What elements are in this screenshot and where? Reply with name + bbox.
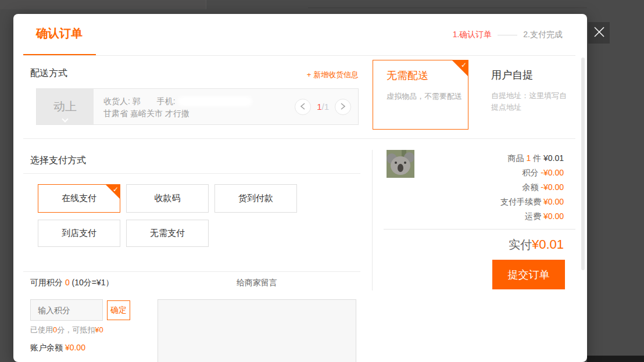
summary-row-balance: 余额 -¥0.00 xyxy=(522,182,564,193)
header-divider xyxy=(23,55,575,56)
pager-count: 1/1 xyxy=(317,102,329,112)
option-desc: 自提地址：这里填写自提点地址 xyxy=(491,90,567,113)
payment-title-divider xyxy=(23,173,360,174)
summary-row-points: 积分 -¥0.00 xyxy=(522,168,564,178)
account-balance: 账户余额 ¥0.00 xyxy=(30,343,85,353)
summary-row-shipping: 运费 ¥0.00 xyxy=(525,212,564,222)
step-connector xyxy=(498,35,517,35)
check-icon: ✓ xyxy=(461,61,467,69)
chevron-left-icon xyxy=(300,102,306,112)
pager-next-button[interactable] xyxy=(335,99,351,115)
background-page-footer xyxy=(587,356,644,362)
pager-prev-button[interactable] xyxy=(295,99,311,115)
payment-method-none[interactable]: 无需支付 xyxy=(126,220,209,247)
check-icon: ✓ xyxy=(113,185,119,193)
delivery-option-self-pickup[interactable]: 用户自提 自提地址：这里填写自提点地址 xyxy=(478,60,574,130)
merchant-message-textarea[interactable] xyxy=(158,299,356,362)
background-page-divider xyxy=(308,8,587,8)
option-title: 用户自提 xyxy=(491,68,574,82)
phone-number-redacted xyxy=(178,96,252,106)
checkout-steps: 1.确认订单 2.支付完成 xyxy=(453,30,563,40)
points-available-value: 0 xyxy=(65,278,70,287)
merchant-message-label: 给商家留言 xyxy=(158,278,356,288)
address-info: 收货人: 郭 手机: 甘肃省 嘉峪关市 才行撒 xyxy=(94,89,252,124)
points-input[interactable] xyxy=(30,299,103,321)
address-pager: 1/1 xyxy=(295,99,351,115)
total-payable-value: ¥0.01 xyxy=(532,237,564,252)
column-divider xyxy=(372,150,373,291)
modal-title: 确认订单 xyxy=(36,26,83,41)
payment-method-instore[interactable]: 到店支付 xyxy=(38,220,120,247)
koala-photo-icon xyxy=(387,150,414,178)
section-divider xyxy=(23,138,575,139)
points-section-divider xyxy=(23,271,360,272)
address-tag-label: 动上 xyxy=(53,99,77,114)
close-icon xyxy=(593,26,606,41)
total-payable: 实付¥0.01 xyxy=(509,237,564,253)
payment-section-title: 选择支付方式 xyxy=(30,155,86,167)
step-confirm-order: 1.确认订单 xyxy=(453,30,492,40)
modal-scrollbar[interactable] xyxy=(581,58,585,270)
points-available: 可用积分 0 (10分=¥1） xyxy=(30,278,114,288)
payment-method-qr[interactable]: 收款码 xyxy=(126,184,209,213)
chevron-down-icon xyxy=(62,116,68,122)
account-balance-value: ¥0.00 xyxy=(65,343,85,352)
summary-row-fee: 支付手续费 ¥0.00 xyxy=(500,197,564,207)
address-card[interactable]: 动上 收货人: 郭 手机: 甘肃省 嘉峪关市 才行撒 1/1 xyxy=(36,88,359,125)
payment-method-cod[interactable]: 货到付款 xyxy=(214,184,297,213)
receiver: 收货人: 郭 xyxy=(103,95,141,107)
close-button[interactable] xyxy=(588,22,610,44)
delivery-section-title: 配送方式 xyxy=(30,67,67,80)
background-page-remnant xyxy=(0,0,206,9)
submit-order-button[interactable]: 提交订单 xyxy=(492,260,565,289)
product-image xyxy=(387,150,414,178)
confirm-order-modal: 确认订单 1.确认订单 2.支付完成 配送方式 + 新增收货信息 动上 收货人:… xyxy=(13,14,587,362)
address-tag: 动上 xyxy=(37,89,94,124)
payment-method-online[interactable]: 在线支付 ✓ xyxy=(38,184,120,213)
summary-row-goods: 商品 1 件 ¥0.01 xyxy=(507,153,564,164)
step-payment-done: 2.支付完成 xyxy=(523,30,563,40)
add-address-link[interactable]: + 新增收货信息 xyxy=(307,70,359,80)
points-used: 已使用0分，可抵扣¥0 xyxy=(30,325,103,335)
chevron-right-icon xyxy=(340,102,346,112)
delivery-option-no-shipping[interactable]: 无需配送 虚拟物品，不需要配送 ✓ xyxy=(373,60,468,130)
points-confirm-button[interactable]: 确定 xyxy=(107,300,130,320)
summary-divider xyxy=(384,229,575,230)
option-desc: 虚拟物品，不需要配送 xyxy=(387,91,462,102)
phone-label: 手机: xyxy=(157,95,176,107)
address-region: 甘肃省 嘉峪关市 才行撒 xyxy=(103,107,252,120)
